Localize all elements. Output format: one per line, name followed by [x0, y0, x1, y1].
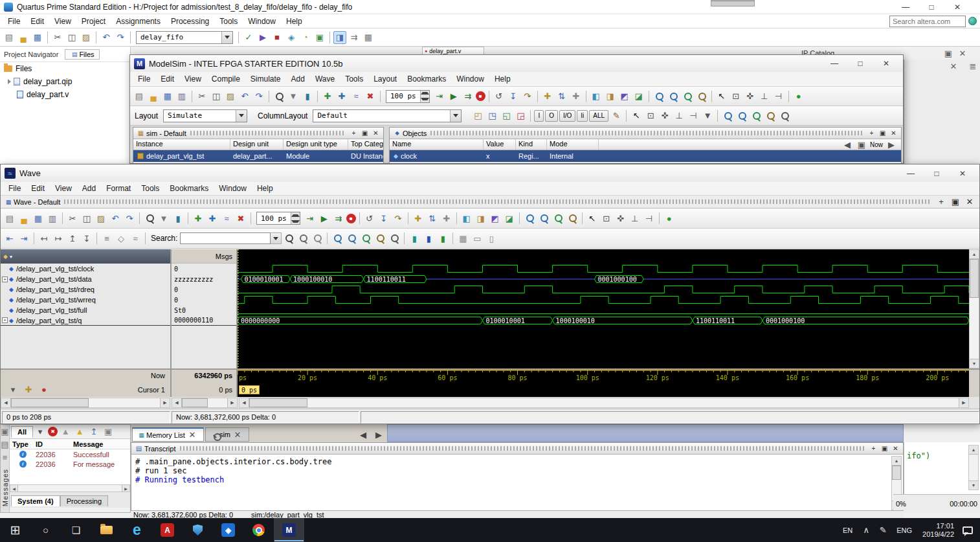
paste-icon[interactable]: ▨	[224, 90, 237, 103]
layout-save-icon[interactable]: ▼	[701, 109, 714, 122]
modelsim-button[interactable]: M	[274, 518, 304, 542]
ime-indicator[interactable]: ENG	[891, 526, 917, 534]
close-pane-icon[interactable]: ✕	[889, 128, 898, 138]
find-all-icon[interactable]	[311, 232, 324, 245]
compile-icon[interactable]: ✚	[321, 90, 334, 103]
files-root-item[interactable]: Files	[0, 62, 130, 75]
save-icon[interactable]: ▦	[161, 90, 174, 103]
netlist-viewer-icon[interactable]: ◨	[333, 31, 346, 44]
zoom-mode-icon[interactable]: ⊡	[729, 90, 742, 103]
zoom-cursor-icon[interactable]	[695, 90, 708, 103]
columnlayout-selector[interactable]: Default	[313, 109, 462, 122]
column-mode[interactable]: Mode	[547, 139, 599, 150]
search-button[interactable]: ○	[30, 518, 61, 542]
scroll-right-icon[interactable]: ▶	[959, 398, 968, 407]
paste-icon[interactable]: ▨	[80, 31, 93, 44]
zoom-out-icon[interactable]	[345, 232, 358, 245]
now-filter-label[interactable]: Now	[870, 141, 883, 148]
cut-icon[interactable]: ✂	[66, 212, 79, 225]
wave-titlebar[interactable]: ≈ Wave —□✕	[1, 164, 979, 182]
column-instance[interactable]: Instance	[133, 139, 230, 150]
grid-icon[interactable]: ▦	[456, 232, 469, 245]
modelsim-menu-help[interactable]: Help	[489, 73, 516, 85]
spin-up-icon[interactable]	[421, 91, 429, 96]
column-kind[interactable]: Kind	[516, 139, 547, 150]
dock-bottomright-icon[interactable]: ◲	[514, 109, 527, 122]
scrollbar-thumb[interactable]	[11, 398, 89, 407]
port-filter-i-o[interactable]: I/O	[559, 110, 575, 122]
close-button[interactable]: ✕	[944, 0, 970, 14]
layout-selector[interactable]: Simulate	[163, 109, 247, 122]
restart-icon[interactable]: ↺	[493, 90, 506, 103]
break-icon[interactable]: ✖	[234, 212, 247, 225]
column-top-category[interactable]: Top Category	[348, 139, 383, 150]
copy-icon[interactable]: ◫	[80, 212, 93, 225]
zoom-cursor-icon[interactable]	[566, 212, 579, 225]
expander-icon[interactable]	[8, 79, 11, 84]
modelsim-menu-wave[interactable]: Wave	[310, 73, 340, 85]
cursor-bar-green-icon[interactable]: ▮	[436, 232, 449, 245]
continue-run-icon[interactable]: ▶	[447, 90, 460, 103]
spin-down-icon[interactable]	[291, 218, 300, 224]
zoom-out-icon[interactable]	[735, 109, 748, 122]
quartus-menu-processing[interactable]: Processing	[166, 15, 214, 28]
wave-vertical-scrollbar[interactable]: ▲ ▼	[969, 249, 979, 368]
column-id[interactable]: ID	[36, 440, 73, 448]
tab-next-icon[interactable]: ▶	[372, 428, 385, 441]
column-value[interactable]: Value	[484, 139, 516, 150]
file-item-qip[interactable]: delay_part.qip	[0, 75, 130, 88]
transcript-header[interactable]: ▤ Transcript +▣✕	[131, 443, 903, 455]
messages-scrollbar[interactable]: ◀ ▶	[10, 484, 130, 492]
dock-plus-icon[interactable]: +	[349, 128, 359, 138]
scrollbar-thumb[interactable]	[182, 398, 208, 407]
expand-groups-icon[interactable]: ◩	[489, 212, 502, 225]
select-mode-icon[interactable]: ↖	[630, 109, 643, 122]
ungroup-icon[interactable]: ◨	[604, 90, 617, 103]
float-panel-icon[interactable]: ▣	[942, 47, 955, 60]
add-cursor-icon[interactable]: ✚	[412, 212, 425, 225]
spin-down-icon[interactable]	[421, 96, 429, 102]
align-left-icon[interactable]: ⊣	[772, 90, 785, 103]
notification-icon[interactable]	[959, 518, 976, 542]
expand-icon[interactable]: +	[2, 277, 8, 282]
float-pane-icon[interactable]: ▣	[360, 128, 370, 138]
dock-plus-icon[interactable]: +	[935, 196, 948, 209]
close-panel-icon[interactable]: ✕	[947, 60, 960, 73]
wave-menu-tools[interactable]: Tools	[136, 182, 164, 195]
error-filter-icon[interactable]: ✖	[48, 427, 58, 436]
align-bottom-icon[interactable]: ⊥	[758, 90, 771, 103]
time-back-icon[interactable]: ◀	[841, 138, 854, 151]
tab-wave-default[interactable]: Wave - Default	[14, 198, 60, 206]
select-mode-icon[interactable]: ↖	[715, 90, 728, 103]
modelsim-menu-bookmarks[interactable]: Bookmarks	[402, 73, 451, 85]
ruler-icon[interactable]: ▭	[471, 232, 484, 245]
filter-icon[interactable]: ▼	[157, 212, 170, 225]
zoom-in-icon[interactable]	[331, 232, 344, 245]
objects-panel-columns[interactable]: Name Value Kind Mode ◀▣ Now ▶	[390, 139, 901, 150]
chip-planner-icon[interactable]: ▦	[362, 31, 375, 44]
maximize-button[interactable]: □	[924, 164, 950, 182]
cut-icon[interactable]: ✂	[195, 90, 208, 103]
modelsim-titlebar[interactable]: M ModelSim - INTEL FPGA STARTER EDITION …	[130, 55, 903, 72]
port-filter-o[interactable]: O	[545, 110, 558, 122]
expand-groups-icon[interactable]: ◩	[618, 90, 631, 103]
wave-menu-add[interactable]: Add	[77, 182, 101, 195]
quartus-menu-tools[interactable]: Tools	[214, 15, 243, 28]
sim-instance-row[interactable]: delay_part_vlg_tst delay_part... Module …	[133, 150, 383, 162]
quartus-menu-window[interactable]: Window	[243, 15, 281, 28]
drag-handle[interactable]	[180, 446, 865, 451]
cursor-sync-icon[interactable]: ⇅	[426, 212, 439, 225]
column-design-unit-type[interactable]: Design unit type	[284, 139, 348, 150]
delete-cursor-icon[interactable]: ✚	[440, 212, 453, 225]
collapse-groups-icon[interactable]: ◪	[632, 90, 645, 103]
chevron-down-icon[interactable]	[271, 232, 282, 244]
programmer-icon[interactable]: ⇉	[348, 31, 361, 44]
scroll-up-icon[interactable]: ▲	[970, 250, 979, 259]
modelsim-menu-add[interactable]: Add	[286, 73, 310, 85]
zoom-out-icon[interactable]	[667, 90, 680, 103]
zoom-mode-icon[interactable]: ⊡	[600, 212, 613, 225]
tab-all-messages[interactable]: All	[11, 426, 33, 438]
pan-mode-icon[interactable]: ✜	[658, 109, 671, 122]
tab-memory-list[interactable]: ▦ Memory List ✕	[132, 427, 204, 442]
dock-topright-icon[interactable]: ◳	[485, 109, 498, 122]
